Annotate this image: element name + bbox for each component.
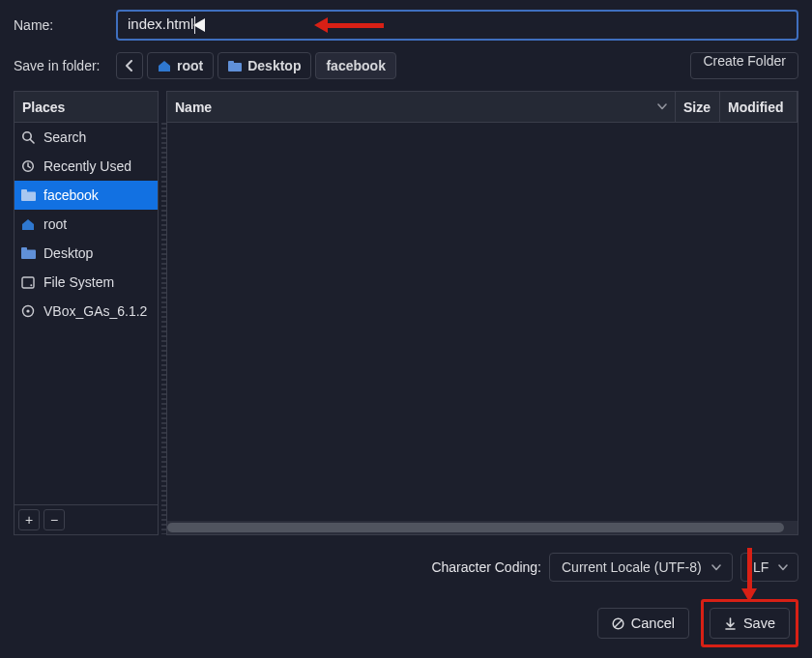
column-header-name[interactable]: Name xyxy=(167,92,676,122)
line-ending-combo[interactable]: LF xyxy=(740,553,798,582)
add-bookmark-button[interactable]: + xyxy=(18,509,40,530)
breadcrumb: root Desktop facebook xyxy=(116,52,690,79)
breadcrumb-item-current[interactable]: facebook xyxy=(315,52,395,79)
svg-line-14 xyxy=(615,620,622,627)
cancel-icon xyxy=(612,617,624,630)
folder-icon xyxy=(228,61,242,72)
places-item-label: facebook xyxy=(44,187,99,203)
name-label: Name: xyxy=(14,17,116,33)
create-folder-button[interactable]: Create Folder xyxy=(690,52,798,79)
disk-icon xyxy=(20,274,36,290)
column-label: Modified xyxy=(728,100,784,115)
svg-rect-8 xyxy=(21,247,27,252)
sort-indicator-icon xyxy=(657,103,667,110)
file-list-body[interactable] xyxy=(167,123,798,521)
line-ending-value: LF xyxy=(753,559,768,575)
remove-bookmark-button[interactable]: − xyxy=(44,509,65,530)
svg-rect-9 xyxy=(22,277,34,288)
column-label: Name xyxy=(175,100,212,115)
breadcrumb-label: root xyxy=(177,58,203,73)
places-item-label: File System xyxy=(44,274,114,290)
svg-point-12 xyxy=(26,309,29,312)
chevron-down-icon xyxy=(711,564,721,571)
save-icon xyxy=(724,617,737,630)
places-item-vbox[interactable]: VBox_GAs_6.1.2 xyxy=(14,297,158,326)
places-item-facebook[interactable]: facebook xyxy=(14,181,158,210)
folder-icon xyxy=(20,245,36,261)
svg-point-10 xyxy=(30,284,32,286)
annotation-save-highlight: Save xyxy=(701,599,798,647)
save-label: Save xyxy=(743,615,775,631)
places-item-label: VBox_GAs_6.1.2 xyxy=(44,303,147,319)
column-label: Size xyxy=(683,100,710,115)
folder-icon xyxy=(20,187,36,203)
places-panel: Places Search Recently Used facebook xyxy=(14,91,159,535)
save-button[interactable]: Save xyxy=(710,608,790,639)
cancel-label: Cancel xyxy=(631,615,675,631)
file-list-panel: Name Size Modified xyxy=(166,91,798,535)
places-item-filesystem[interactable]: File System xyxy=(14,268,158,297)
places-item-label: Recently Used xyxy=(44,158,131,174)
places-item-label: root xyxy=(44,216,67,232)
chevron-down-icon xyxy=(778,564,788,571)
places-item-search[interactable]: Search xyxy=(14,123,158,152)
breadcrumb-back-button[interactable] xyxy=(116,52,143,79)
svg-line-3 xyxy=(30,139,34,143)
svg-rect-1 xyxy=(228,61,234,65)
disc-icon xyxy=(20,303,36,319)
places-item-desktop[interactable]: Desktop xyxy=(14,239,158,268)
places-item-recent[interactable]: Recently Used xyxy=(14,152,158,181)
filename-input[interactable]: index.html xyxy=(116,10,798,41)
places-item-label: Search xyxy=(44,129,86,145)
breadcrumb-item-root[interactable]: root xyxy=(147,52,214,79)
text-caret xyxy=(194,16,195,34)
column-header-size[interactable]: Size xyxy=(676,92,720,122)
home-icon xyxy=(158,60,171,72)
horizontal-scrollbar[interactable] xyxy=(167,521,798,534)
places-item-label: Desktop xyxy=(44,245,93,261)
recent-icon xyxy=(20,158,36,174)
save-in-folder-label: Save in folder: xyxy=(14,58,116,73)
filename-value: index.html xyxy=(128,15,193,32)
breadcrumb-item-desktop[interactable]: Desktop xyxy=(218,52,311,79)
charset-combo[interactable]: Current Locale (UTF-8) xyxy=(549,553,733,582)
breadcrumb-label: facebook xyxy=(326,58,385,73)
character-coding-label: Character Coding: xyxy=(431,559,541,575)
chevron-left-icon xyxy=(125,60,134,72)
search-icon xyxy=(20,129,36,145)
column-header-modified[interactable]: Modified xyxy=(720,92,798,122)
cancel-button[interactable]: Cancel xyxy=(597,608,689,639)
places-item-root[interactable]: root xyxy=(14,210,158,239)
svg-rect-6 xyxy=(21,189,27,194)
charset-value: Current Locale (UTF-8) xyxy=(562,559,702,575)
places-list: Search Recently Used facebook root xyxy=(14,123,158,504)
places-header: Places xyxy=(14,92,158,123)
home-icon xyxy=(20,216,36,232)
pane-resize-grip[interactable] xyxy=(161,123,166,534)
breadcrumb-label: Desktop xyxy=(247,58,301,73)
